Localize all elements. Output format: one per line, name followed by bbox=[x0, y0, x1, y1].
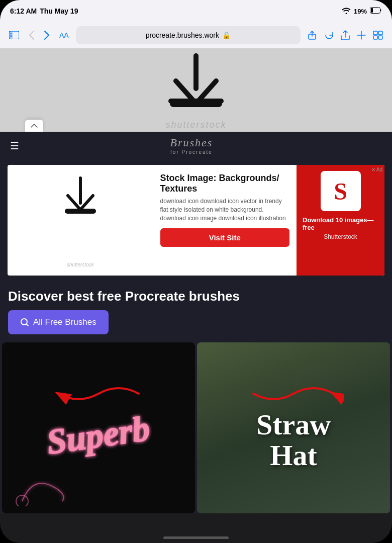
url-text: procreate.brushes.work bbox=[146, 31, 219, 39]
ad-middle-section: Stock Image: Backgrounds/Textures downlo… bbox=[153, 165, 297, 276]
main-title: Discover best free Procreate brushes bbox=[8, 289, 384, 304]
collapse-button[interactable] bbox=[25, 120, 43, 132]
ad-badge: ✕ Ad bbox=[371, 167, 382, 172]
svg-rect-1 bbox=[371, 8, 373, 13]
status-right: 19% bbox=[342, 7, 382, 16]
battery-icon bbox=[370, 7, 382, 15]
add-button[interactable] bbox=[354, 29, 369, 42]
straw-hat-text: StrawHat bbox=[256, 410, 331, 471]
web-content: ☰ Brushes for Procreate ✕ Ad shuttersto bbox=[0, 132, 392, 513]
site-nav: ☰ Brushes for Procreate bbox=[0, 132, 392, 160]
browser-toolbar: AA procreate.brushes.work 🔒 bbox=[0, 22, 392, 48]
svg-rect-9 bbox=[378, 31, 382, 35]
straw-hat-display: StrawHat bbox=[197, 342, 390, 513]
brushes-filter: All Free Brushes bbox=[0, 310, 392, 342]
home-indicator bbox=[163, 536, 229, 539]
ad-download-icon bbox=[58, 173, 103, 218]
share-button[interactable] bbox=[338, 28, 353, 42]
svg-text:Superb: Superb bbox=[44, 409, 152, 462]
shutterstock-logo: S bbox=[321, 171, 361, 211]
ad-watermark: shutterstock bbox=[16, 262, 145, 267]
tabs-button[interactable] bbox=[370, 29, 386, 42]
svg-rect-12 bbox=[170, 100, 222, 107]
page-heading: Discover best free Procreate brushes bbox=[0, 281, 392, 310]
svg-point-14 bbox=[21, 319, 27, 325]
svg-rect-8 bbox=[373, 31, 377, 35]
reload-button[interactable] bbox=[322, 29, 337, 42]
advertisement: ✕ Ad shutterstock Stock Image: Backgroun… bbox=[8, 165, 384, 276]
browser-chrome: AA procreate.brushes.work 🔒 bbox=[0, 22, 392, 49]
ad-source: Shutterstock bbox=[324, 233, 357, 240]
back-button[interactable] bbox=[26, 29, 37, 42]
svg-rect-11 bbox=[378, 36, 382, 39]
visit-site-button[interactable]: Visit Site bbox=[160, 228, 290, 247]
brush-card-superb[interactable]: Superb Superb bbox=[2, 342, 195, 513]
shutterstock-preview: shutterstock bbox=[0, 49, 392, 132]
share-to-button[interactable] bbox=[305, 28, 321, 42]
forward-button[interactable] bbox=[41, 29, 52, 42]
brush-card-straw-hat[interactable]: StrawHat bbox=[197, 342, 390, 513]
ad-left-section: shutterstock bbox=[8, 165, 153, 276]
url-bar[interactable]: procreate.brushes.work 🔒 bbox=[76, 26, 301, 44]
time: 6:12 AM bbox=[10, 7, 37, 15]
ad-description: download icon download icon vector in tr… bbox=[160, 197, 290, 222]
wifi-icon bbox=[342, 7, 351, 16]
search-icon bbox=[20, 318, 29, 327]
shutterstock-watermark: shutterstock bbox=[161, 120, 231, 130]
brush-cards: Superb Superb bbox=[0, 342, 392, 513]
superb-neon-card: Superb Superb bbox=[2, 342, 195, 513]
svg-rect-13 bbox=[65, 209, 96, 214]
reader-mode-button[interactable]: AA bbox=[56, 29, 72, 41]
sidebar-toggle-button[interactable] bbox=[6, 29, 22, 41]
svg-rect-10 bbox=[373, 36, 377, 39]
site-logo: Brushes for Procreate bbox=[170, 136, 213, 155]
ad-right-section: S Download 10 images—free Shutterstock bbox=[297, 165, 384, 276]
lock-icon: 🔒 bbox=[222, 31, 231, 39]
all-brushes-button[interactable]: All Free Brushes bbox=[8, 310, 109, 334]
right-arrow-overlay bbox=[197, 380, 390, 408]
toolbar-right bbox=[305, 28, 386, 42]
ad-promo-text: Download 10 images—free bbox=[303, 216, 378, 231]
status-left: 6:12 AM Thu May 19 bbox=[10, 7, 78, 15]
ad-title: Stock Image: Backgrounds/Textures bbox=[160, 173, 290, 194]
ipad-frame: 6:12 AM Thu May 19 19% bbox=[0, 0, 392, 543]
hamburger-menu[interactable]: ☰ bbox=[10, 140, 19, 152]
date: Thu May 19 bbox=[40, 7, 78, 15]
battery-text: 19% bbox=[354, 8, 367, 15]
neon-curl bbox=[12, 466, 72, 508]
status-bar: 6:12 AM Thu May 19 19% bbox=[0, 0, 392, 22]
download-icon-large bbox=[161, 51, 231, 118]
